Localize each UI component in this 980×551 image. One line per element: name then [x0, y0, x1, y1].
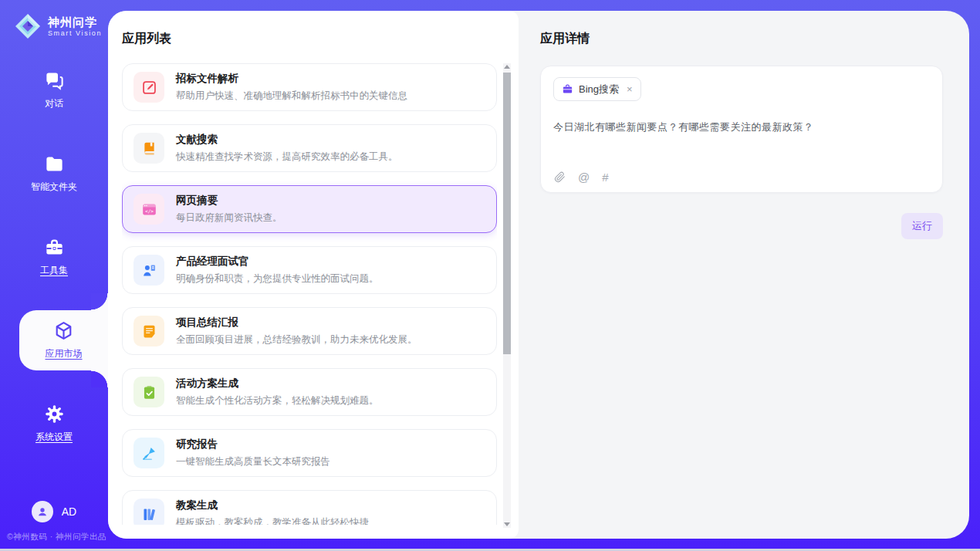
app-description: 智能生成个性化活动方案，轻松解决规划难题。 [176, 394, 379, 407]
app-description: 每日政府新闻资讯快查。 [176, 211, 282, 225]
sidebar-nav: 对话 智能文件夹 工具集 [0, 60, 108, 477]
app-description: 模板驱动，教案秒成，教学准备从此轻松快捷 [176, 516, 369, 525]
browser-code-icon: </> [141, 201, 157, 218]
brand-name: 神州问学 [48, 15, 102, 29]
app-name: 教案生成 [176, 499, 369, 512]
diamond-logo-icon [14, 12, 42, 40]
app-description: 明确身份和职责，为您提供专业性的面试问题。 [176, 272, 379, 286]
app-card-literature-search[interactable]: 文献搜索 快速精准查找学术资源，提高研究效率的必备工具。 [122, 124, 497, 172]
app-card-event-plan-generator[interactable]: 活动方案生成 智能生成个性化活动方案，轻松解决规划难题。 [122, 368, 497, 416]
sidebar-item-label: 工具集 [40, 264, 68, 277]
sidebar-item-label: 应用市场 [46, 347, 83, 360]
book-icon [141, 140, 157, 157]
scrollbar-up-arrow[interactable] [504, 65, 510, 69]
app-description: 全面回顾项目进展，总结经验教训，助力未来优化发展。 [176, 333, 417, 346]
app-name: 项目总结汇报 [176, 316, 417, 330]
tool-chip-label: Bing搜索 [579, 83, 619, 96]
prompt-input-card[interactable]: Bing搜索 × 今日湖北有哪些新闻要点？有哪些需要关注的最新政策？ @ # [540, 66, 943, 193]
app-card-project-summary[interactable]: 项目总结汇报 全面回顾项目进展，总结经验教训，助力未来优化发展。 [122, 307, 497, 355]
app-name: 产品经理面试官 [176, 255, 379, 269]
gear-icon [44, 404, 65, 424]
folder-icon [44, 154, 65, 174]
app-card-web-summary[interactable]: </> 网页摘要 每日政府新闻资讯快查。 [122, 185, 497, 233]
clipboard-check-icon [141, 384, 157, 401]
app-description: 快速精准查找学术资源，提高研究效率的必备工具。 [176, 150, 398, 164]
close-icon[interactable]: × [627, 84, 633, 94]
sidebar-item-settings[interactable]: 系统设置 [0, 394, 108, 454]
cube-icon [53, 320, 74, 341]
app-detail-panel: 应用详情 Bing搜索 × 今日湖北有哪些新闻要点？有哪些需要关注的最新政策？ [519, 11, 969, 539]
app-card-bid-document-parsing[interactable]: 招标文件解析 帮助用户快速、准确地理解和解析招标书中的关键信息 [122, 63, 497, 111]
query-text[interactable]: 今日湖北有哪些新闻要点？有哪些需要关注的最新政策？ [553, 120, 930, 134]
paperclip-icon[interactable] [554, 171, 566, 184]
sidebar-item-label: 智能文件夹 [31, 181, 77, 194]
hash-icon[interactable]: # [602, 171, 608, 184]
tool-chip-bing-search[interactable]: Bing搜索 × [553, 77, 641, 101]
report-note-icon [141, 323, 157, 340]
chat-icon [44, 70, 65, 91]
sidebar-item-smart-folder[interactable]: 智能文件夹 [0, 144, 108, 204]
scrollbar-thumb[interactable] [503, 73, 511, 354]
app-list-panel: 应用列表 招标文件解析 帮助用户快速、准确地理解和解析招标书中的关键信息 [108, 11, 519, 539]
app-name: 招标文件解析 [176, 72, 407, 86]
interviewer-icon [141, 262, 157, 279]
person-icon [36, 505, 49, 518]
app-list-title: 应用列表 [122, 31, 171, 47]
sidebar: 神州问学 Smart Vision 对话 智能文件夹 [0, 0, 108, 549]
research-pen-icon [141, 445, 157, 461]
content-area: 应用列表 招标文件解析 帮助用户快速、准确地理解和解析招标书中的关键信息 [108, 11, 969, 539]
user-name: AD [62, 505, 76, 518]
brand-subtitle: Smart Vision [48, 29, 102, 37]
app-name: 研究报告 [176, 438, 330, 451]
app-name: 网页摘要 [176, 194, 282, 208]
sidebar-item-label: 对话 [45, 97, 63, 110]
sidebar-item-label: 系统设置 [35, 431, 73, 444]
app-description: 帮助用户快速、准确地理解和解析招标书中的关键信息 [176, 90, 407, 103]
run-button[interactable]: 运行 [901, 213, 943, 239]
briefcase-icon [562, 83, 573, 95]
at-icon[interactable]: @ [578, 171, 590, 184]
app-card-pm-interviewer[interactable]: 产品经理面试官 明确身份和职责，为您提供专业性的面试问题。 [122, 246, 497, 294]
app-detail-title: 应用详情 [540, 31, 943, 47]
app-name: 活动方案生成 [176, 377, 379, 390]
copyright-footer: ©神州数码 · 神州问学出品 [0, 532, 108, 543]
document-edit-icon [141, 79, 157, 96]
app-window: 神州问学 Smart Vision 对话 智能文件夹 [0, 0, 980, 549]
app-list-scroll-area: 招标文件解析 帮助用户快速、准确地理解和解析招标书中的关键信息 [122, 63, 497, 525]
brand-logo: 神州问学 Smart Vision [0, 0, 108, 40]
scrollbar[interactable] [503, 63, 511, 528]
toolbox-icon [44, 237, 65, 258]
user-profile[interactable]: AD [0, 501, 108, 522]
input-toolbar: @ # [554, 171, 609, 184]
scrollbar-down-arrow[interactable] [504, 522, 510, 526]
app-description: 一键智能生成高质量长文本研究报告 [176, 455, 330, 468]
sidebar-item-app-market[interactable]: 应用市场 [19, 310, 108, 370]
app-name: 文献搜索 [176, 133, 398, 147]
books-icon [141, 506, 157, 522]
sidebar-item-toolset[interactable]: 工具集 [0, 227, 108, 287]
svg-text:</>: </> [144, 208, 153, 213]
sidebar-item-chat[interactable]: 对话 [0, 60, 108, 120]
avatar [32, 501, 53, 522]
app-card-lesson-plan-generator[interactable]: 教案生成 模板驱动，教案秒成，教学准备从此轻松快捷 [122, 490, 497, 525]
app-card-research-report[interactable]: 研究报告 一键智能生成高质量长文本研究报告 [122, 429, 497, 477]
